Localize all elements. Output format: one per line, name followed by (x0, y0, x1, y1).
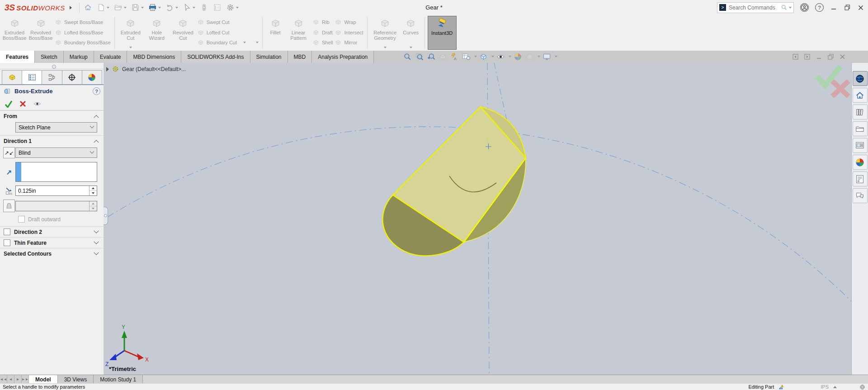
panel-flyout-handle[interactable] (104, 207, 108, 225)
curves-button[interactable]: Curves (400, 16, 422, 50)
minimize-button[interactable] (830, 4, 837, 11)
display-style-button[interactable] (478, 52, 489, 61)
scroll-prev-icon[interactable]: ◄ (7, 375, 14, 384)
tab-solidworks-add-ins[interactable]: SOLIDWORKS Add-Ins (181, 51, 250, 63)
scroll-next-icon[interactable]: ► (14, 375, 22, 384)
flyout-caret-icon[interactable] (243, 42, 246, 43)
search-scope-caret-icon[interactable] (789, 7, 792, 9)
tab-property-manager[interactable] (22, 70, 42, 84)
apply-scene-button[interactable] (524, 52, 535, 61)
search-commands-box[interactable]: > (717, 2, 794, 13)
thin-feature-checkbox[interactable] (4, 239, 10, 246)
home-button[interactable] (82, 2, 94, 13)
section-direction2[interactable]: Direction 2 (0, 226, 104, 237)
preview-eye-button[interactable] (33, 100, 41, 108)
unit-system-caret-icon[interactable] (833, 386, 837, 388)
tab-analysis-preparation[interactable]: Analysis Preparation (312, 51, 374, 63)
panel-splitter[interactable] (0, 63, 104, 69)
section-from[interactable]: From (0, 110, 104, 121)
reference-geometry-button[interactable]: Reference Geometry (370, 16, 400, 50)
tab-configuration-manager[interactable] (42, 70, 62, 84)
shell-button[interactable]: Shell (312, 38, 333, 47)
select-button[interactable] (181, 2, 197, 13)
zoom-area-button[interactable] (414, 52, 425, 61)
direction2-checkbox[interactable] (4, 228, 10, 235)
revolved-boss-base-button[interactable]: Revolved Boss/Base (28, 16, 54, 50)
extruded-boss-base-button[interactable]: Extruded Boss/Base (1, 16, 28, 50)
appearances-button[interactable] (853, 155, 868, 170)
window-close-icon[interactable] (840, 54, 845, 60)
direction-reference-selection[interactable] (15, 162, 97, 182)
view-orientation-button[interactable] (461, 52, 472, 61)
home-pane-button[interactable] (853, 88, 868, 103)
lofted-cut-button[interactable]: Lofted Cut (197, 28, 259, 37)
custom-properties-button[interactable] (853, 171, 868, 186)
open-button[interactable] (113, 2, 128, 13)
options-list-button[interactable] (212, 2, 223, 13)
rib-button[interactable]: Rib (312, 18, 333, 27)
tab-features[interactable]: Features (0, 51, 35, 63)
section-view-button[interactable] (438, 52, 448, 61)
cancel-button[interactable] (19, 100, 27, 108)
tab-3d-views[interactable]: 3D Views (58, 375, 94, 384)
magnified-selection-button[interactable] (198, 2, 210, 13)
ok-button[interactable] (5, 100, 12, 108)
scroll-first-icon[interactable]: ◄◄ (0, 375, 7, 384)
tab-mbd[interactable]: MBD (288, 51, 312, 63)
tab-display-manager[interactable] (82, 70, 102, 84)
tab-evaluate[interactable]: Evaluate (94, 51, 127, 63)
lofted-boss-base-button[interactable]: Lofted Boss/Base (55, 28, 111, 37)
print-button[interactable] (147, 2, 162, 13)
expand-icon[interactable] (94, 228, 99, 233)
draft-button[interactable]: Draft (312, 28, 333, 37)
tab-markup[interactable]: Markup (64, 51, 94, 63)
depth-input[interactable] (16, 187, 89, 195)
comments-button[interactable] (853, 188, 868, 203)
reverse-direction-button[interactable]: ↗↙ (3, 147, 15, 158)
hole-wizard-button[interactable]: Hole Wizard (144, 16, 170, 50)
fillet-button[interactable]: Fillet (265, 16, 285, 50)
dock-left-icon[interactable] (793, 54, 798, 60)
view-palette-button[interactable] (853, 138, 868, 153)
viewport-canvas[interactable]: Y X Z (104, 63, 851, 375)
window-restore-icon[interactable] (828, 54, 834, 60)
new-document-button[interactable] (95, 2, 111, 13)
chevron-down-icon[interactable] (384, 47, 387, 48)
chevron-down-icon[interactable] (129, 47, 132, 48)
boss-extrude-model[interactable] (382, 107, 526, 256)
help-icon[interactable]: ? (93, 87, 100, 95)
linear-pattern-button[interactable]: Linear Pattern (285, 16, 311, 50)
flyout-caret-icon[interactable] (256, 42, 259, 43)
boundary-boss-base-button[interactable]: Boundary Boss/Base (55, 38, 111, 47)
window-minimize-icon[interactable] (816, 54, 822, 60)
close-button[interactable] (857, 4, 864, 11)
help-button[interactable]: ? (815, 3, 824, 12)
dock-right-icon[interactable] (804, 54, 810, 60)
intersect-button[interactable]: Intersect (335, 28, 363, 37)
previous-view-button[interactable] (426, 52, 436, 61)
unit-system[interactable]: IPS (821, 384, 829, 390)
expand-tree-icon[interactable] (106, 67, 109, 71)
section-direction1[interactable]: Direction 1 (0, 135, 104, 146)
file-explorer-button[interactable] (853, 121, 868, 136)
feature-tree-flyout[interactable]: Gear (Default<<Default>... (106, 65, 186, 73)
tab-model[interactable]: Model (29, 375, 58, 384)
section-thin-feature[interactable]: Thin Feature (0, 237, 104, 248)
collapse-icon[interactable] (94, 115, 99, 120)
swept-cut-button[interactable]: Swept Cut (197, 18, 259, 27)
instant3d-button[interactable]: Instant3D (428, 16, 457, 50)
undo-button[interactable] (164, 2, 179, 13)
expand-icon[interactable] (94, 250, 99, 255)
account-button[interactable] (800, 3, 809, 12)
tab-mbd-dimensions[interactable]: MBD Dimensions (127, 51, 181, 63)
graphics-area[interactable]: Y X Z Gear (Default<<Default>... *Trimet… (104, 63, 851, 375)
tab-motion-study-1[interactable]: Motion Study 1 (94, 375, 143, 384)
depth-field[interactable] (15, 185, 97, 196)
confirmation-cancel-icon[interactable] (832, 81, 849, 96)
section-selected-contours[interactable]: Selected Contours (0, 248, 104, 259)
end-condition-select[interactable]: Blind (15, 147, 97, 158)
threedexperience-button[interactable] (853, 71, 868, 86)
swept-boss-base-button[interactable]: Swept Boss/Base (55, 18, 111, 27)
from-condition-select[interactable]: Sketch Plane (15, 122, 97, 133)
mirror-button[interactable]: Mirror (335, 38, 363, 47)
